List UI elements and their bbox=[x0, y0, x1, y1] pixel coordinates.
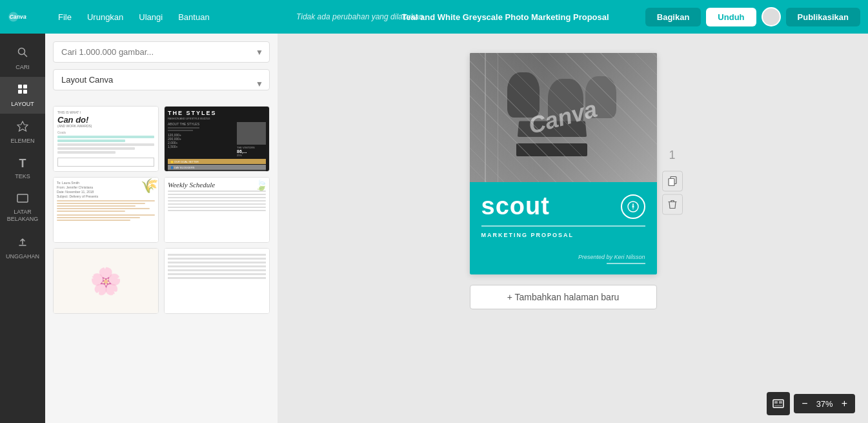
svg-rect-16 bbox=[773, 400, 783, 408]
nav-ulangi[interactable]: Ulangi bbox=[134, 10, 168, 25]
nav-bantuan[interactable]: Bantuan bbox=[173, 10, 214, 25]
nav-file[interactable]: File bbox=[53, 10, 77, 25]
elemen-icon bbox=[17, 120, 28, 135]
publikasikan-button[interactable]: Publikasikan bbox=[786, 8, 860, 26]
left-sidebar: CARI LAYOUT ELEMEN T TEKS LATA bbox=[0, 34, 45, 423]
text-icon: T bbox=[19, 157, 26, 170]
document-title: Teal and White Greyscale Photo Marketing… bbox=[370, 12, 640, 22]
doc-subtitle: MARKETING PROPOSAL bbox=[481, 232, 645, 238]
layout-panel: ▼ Layout Canva ▼ THIS IS WHAT I Can do! … bbox=[45, 34, 278, 423]
svg-rect-5 bbox=[23, 85, 27, 88]
zoom-in-button[interactable]: + bbox=[839, 397, 850, 411]
sidebar-item-layout[interactable]: LAYOUT bbox=[0, 77, 45, 114]
search-container: ▼ bbox=[53, 41, 270, 63]
doc-scout-row: scout bbox=[481, 192, 645, 220]
layout-dropdown[interactable]: Layout Canva bbox=[53, 69, 270, 90]
sidebar-item-teks[interactable]: T TEKS bbox=[0, 150, 45, 186]
svg-marker-8 bbox=[17, 121, 28, 131]
svg-marker-12 bbox=[632, 207, 634, 211]
svg-rect-4 bbox=[18, 85, 22, 88]
template-item-letter[interactable]: 🌾 To: Laura Smith From: Jennifer Christi… bbox=[53, 177, 159, 243]
template-item-schedule2[interactable] bbox=[164, 248, 270, 314]
svg-rect-17 bbox=[774, 401, 778, 404]
doc-bottom-section: scout MARKETING PROPOSAL Presented by Ke… bbox=[470, 182, 657, 274]
copy-page-button[interactable] bbox=[662, 170, 683, 191]
svg-rect-6 bbox=[18, 90, 22, 94]
search-arrow-icon: ▼ bbox=[256, 48, 263, 57]
svg-rect-19 bbox=[774, 405, 782, 406]
unduh-button[interactable]: Unduh bbox=[706, 8, 756, 26]
layout-dropdown-wrap: Layout Canva ▼ bbox=[53, 69, 270, 98]
search-icon bbox=[17, 46, 28, 61]
bottom-toolbar: − 37% + bbox=[767, 392, 855, 415]
page-number: 1 bbox=[669, 148, 675, 161]
doc-presented: Presented by Keri Nilsson bbox=[481, 254, 645, 260]
view-mode-button[interactable] bbox=[767, 392, 790, 415]
sidebar-label-latar: LATARBELAKANG bbox=[7, 209, 39, 223]
sidebar-item-unggahan[interactable]: UNGGAHAN bbox=[0, 229, 45, 266]
template-thumb-floral: 🌸 bbox=[54, 249, 158, 313]
template-item-styles[interactable]: THE STYLES FASHION AND LIFESTYLE BUZZLE … bbox=[164, 106, 270, 172]
template-thumb-letter: 🌾 To: Laura Smith From: Jennifer Christi… bbox=[54, 178, 158, 242]
sidebar-label-layout: LAYOUT bbox=[11, 101, 34, 107]
delete-page-button[interactable] bbox=[662, 194, 683, 214]
svg-point-13 bbox=[632, 205, 634, 207]
svg-rect-15 bbox=[669, 178, 674, 185]
scout-label: scout bbox=[481, 192, 550, 220]
zoom-control: − 37% + bbox=[794, 394, 855, 413]
sidebar-label-elemen: ELEMEN bbox=[10, 138, 34, 144]
zoom-level[interactable]: 37% bbox=[813, 399, 836, 409]
add-page-button[interactable]: + Tambahkan halaman baru bbox=[470, 285, 657, 309]
document-page[interactable]: Canva scout MARK bbox=[470, 53, 657, 274]
canvas-wrapper: Canva scout MARK bbox=[470, 53, 657, 309]
compass-icon bbox=[621, 194, 645, 219]
template-thumb-schedule2 bbox=[165, 249, 269, 313]
template-item-cando[interactable]: THIS IS WHAT I Can do! (AND WORK AWARDS)… bbox=[53, 106, 159, 172]
svg-text:Canva: Canva bbox=[10, 14, 26, 20]
page-number-column: 1 bbox=[662, 148, 683, 214]
background-icon bbox=[17, 192, 28, 206]
template-thumb-styles: THE STYLES FASHION AND LIFESTYLE BUZZLE … bbox=[165, 107, 269, 171]
template-grid: THIS IS WHAT I Can do! (AND WORK AWARDS)… bbox=[53, 106, 270, 314]
template-thumb-weekly: 🍃 Weekly Schedule bbox=[165, 178, 269, 242]
sidebar-item-cari[interactable]: CARI bbox=[0, 40, 45, 77]
canvas-area: Canva scout MARK bbox=[278, 34, 868, 423]
canva-logo: Canva bbox=[8, 8, 40, 26]
doc-photo-section: Canva bbox=[470, 53, 657, 182]
zoom-out-button[interactable]: − bbox=[799, 397, 810, 411]
svg-line-3 bbox=[25, 54, 27, 57]
svg-rect-9 bbox=[17, 194, 28, 202]
doc-white-line bbox=[607, 263, 645, 264]
top-navigation: Canva File Urungkan Ulangi Bantuan Tidak… bbox=[0, 0, 868, 34]
layout-icon bbox=[17, 83, 28, 98]
sidebar-item-latar[interactable]: LATARBELAKANG bbox=[0, 186, 45, 229]
bagikan-button[interactable]: Bagikan bbox=[645, 8, 701, 26]
template-item-weekly[interactable]: 🍃 Weekly Schedule bbox=[164, 177, 270, 243]
svg-marker-11 bbox=[632, 203, 634, 206]
nav-urungkan[interactable]: Urungkan bbox=[82, 10, 128, 25]
sidebar-label-unggahan: UNGGAHAN bbox=[6, 253, 39, 260]
avatar[interactable] bbox=[762, 7, 781, 26]
sidebar-label-teks: TEKS bbox=[15, 173, 30, 180]
nav-action-group: Bagikan Unduh Publikasikan bbox=[645, 7, 860, 26]
svg-rect-7 bbox=[23, 90, 27, 94]
template-thumb-cando: THIS IS WHAT I Can do! (AND WORK AWARDS)… bbox=[54, 107, 158, 171]
svg-rect-18 bbox=[779, 401, 782, 404]
search-input[interactable] bbox=[53, 41, 270, 63]
sidebar-label-cari: CARI bbox=[15, 64, 30, 70]
sidebar-item-elemen[interactable]: ELEMEN bbox=[0, 114, 45, 150]
upload-icon bbox=[17, 236, 28, 251]
people-photo bbox=[470, 53, 657, 182]
template-item-floral[interactable]: 🌸 bbox=[53, 248, 159, 314]
doc-divider bbox=[481, 225, 645, 227]
